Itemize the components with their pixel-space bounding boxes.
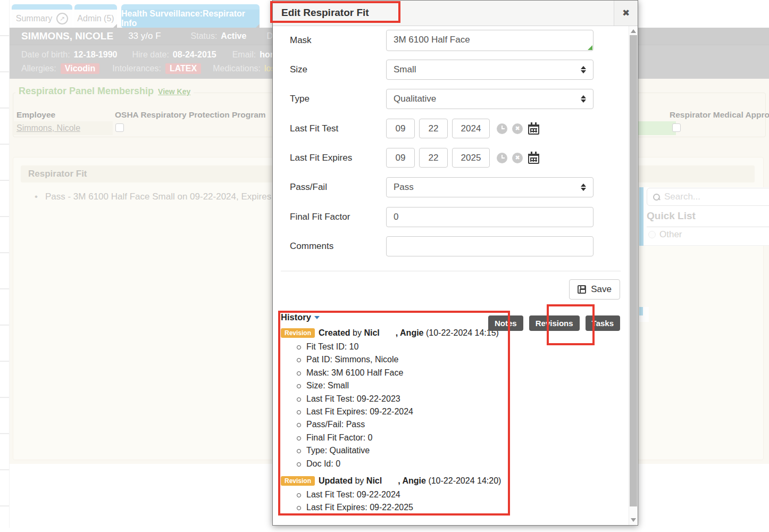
scroll-down-icon[interactable] xyxy=(631,518,636,522)
scrollbar-thumb[interactable] xyxy=(630,35,637,506)
save-button[interactable]: Save xyxy=(569,279,620,300)
type-select[interactable]: Qualitative xyxy=(386,89,594,109)
size-select[interactable]: Small xyxy=(386,60,594,80)
clock-icon[interactable] xyxy=(497,123,507,134)
passfail-label: Pass/Fail xyxy=(273,182,386,193)
annotation-box-revisions xyxy=(547,304,595,345)
type-label: Type xyxy=(273,94,386,104)
annotation-box-title xyxy=(270,1,400,23)
passfail-select[interactable]: Pass xyxy=(386,177,594,197)
mask-label: Mask xyxy=(273,35,386,46)
annotation-box-history xyxy=(278,311,510,516)
last-fit-test-day-input[interactable] xyxy=(419,119,448,138)
close-icon[interactable]: ✖ xyxy=(614,1,638,26)
last-fit-expires-label: Last Fit Expires xyxy=(273,153,386,163)
last-fit-expires-year-input[interactable] xyxy=(452,148,490,168)
final-fit-factor-input[interactable]: 0 xyxy=(386,207,594,227)
calendar-icon[interactable] xyxy=(528,124,539,135)
page: Summary ↗ Admin (5) Health Surveillance:… xyxy=(0,0,769,532)
save-icon xyxy=(578,285,586,294)
mask-textarea[interactable]: 3M 6100 Half Face xyxy=(386,30,594,51)
select-arrows-icon xyxy=(581,184,586,191)
modal-scrollbar[interactable] xyxy=(629,26,638,525)
last-fit-test-month-input[interactable] xyxy=(386,119,415,138)
comments-label: Comments xyxy=(273,241,386,252)
select-arrows-icon xyxy=(581,66,586,73)
divider xyxy=(281,271,621,271)
clear-date-icon[interactable]: ✖ xyxy=(512,123,523,134)
last-fit-test-year-input[interactable] xyxy=(452,119,490,138)
final-fit-factor-label: Final Fit Factor xyxy=(273,212,386,222)
scroll-up-icon[interactable] xyxy=(631,29,636,33)
clear-date-icon[interactable]: ✖ xyxy=(512,153,523,163)
clock-icon[interactable] xyxy=(497,153,507,163)
last-fit-expires-day-input[interactable] xyxy=(419,148,448,168)
last-fit-test-label: Last Fit Test xyxy=(273,123,386,134)
resize-handle-icon[interactable] xyxy=(588,45,592,50)
comments-input[interactable] xyxy=(386,236,594,256)
last-fit-expires-month-input[interactable] xyxy=(386,148,415,168)
calendar-icon[interactable] xyxy=(528,154,539,164)
select-arrows-icon xyxy=(581,95,586,103)
size-label: Size xyxy=(273,64,386,75)
